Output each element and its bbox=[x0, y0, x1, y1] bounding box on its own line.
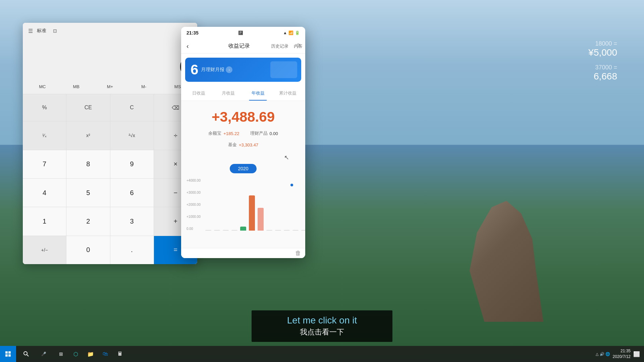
bar-jan bbox=[205, 230, 211, 231]
equation-1: 18000 = bbox=[588, 40, 617, 47]
percent-button[interactable]: % bbox=[23, 94, 66, 121]
tab-daily[interactable]: 日收益 bbox=[184, 86, 214, 101]
three-button[interactable]: 3 bbox=[110, 207, 154, 235]
reciprocal-button[interactable]: ¹⁄ₓ bbox=[23, 121, 66, 149]
right-panel: 18000 = ¥5,000 37000 = 6,668 bbox=[588, 40, 617, 82]
decimal-button[interactable]: . bbox=[110, 236, 154, 264]
year-button[interactable]: 2020 bbox=[230, 164, 256, 173]
eight-button[interactable]: 8 bbox=[66, 150, 110, 178]
svg-line-5 bbox=[27, 355, 29, 356]
phone-app: 21:35 🅿 ▲ 📶 🔋 历史记录 内客 ‹ 收益记录 ? 6 月理财月报 ›… bbox=[181, 27, 305, 258]
value-2: 6,668 bbox=[588, 71, 617, 82]
yuebao-value: +185.22 bbox=[223, 131, 239, 136]
yuebao-label: 余额宝 bbox=[208, 130, 221, 136]
memory-row: MC MB M+ M- MS bbox=[23, 79, 197, 94]
sqrt-button[interactable]: ²√x bbox=[110, 121, 154, 149]
svg-point-4 bbox=[24, 352, 27, 355]
inner-tab[interactable]: 内客 bbox=[294, 43, 303, 49]
bar-dec bbox=[301, 230, 305, 231]
taskbar-date: 2020/7/12 bbox=[613, 354, 631, 360]
two-button[interactable]: 2 bbox=[66, 207, 110, 235]
tab-monthly[interactable]: 月收益 bbox=[214, 86, 244, 101]
bar-mar bbox=[223, 230, 229, 231]
pinduoduo-icon: 🅿 bbox=[238, 31, 243, 36]
history-tab[interactable]: 历史记录 bbox=[271, 43, 288, 49]
taskbar-tray: △ 🔊 🌐 21:35 2020/7/12 ⬜ bbox=[592, 348, 644, 360]
y-label-3000: +3000.00 bbox=[186, 191, 201, 194]
licai-item: 理财产品 0.00 bbox=[250, 130, 278, 136]
ce-button[interactable]: CE bbox=[66, 94, 110, 121]
start-button[interactable] bbox=[0, 346, 16, 362]
value-1: ¥5,000 bbox=[588, 47, 617, 58]
taskbar-edge[interactable]: ⬡ bbox=[68, 347, 83, 361]
y-label-1000: +1000.00 bbox=[186, 215, 201, 219]
phone-bottom-bar: 🗑 bbox=[181, 248, 305, 258]
svg-rect-1 bbox=[8, 351, 11, 354]
menu-icon[interactable]: ☰ bbox=[28, 28, 33, 34]
earnings-chart: 0.00 +1000.00 +2000.00 +3000.00 +4000.00 bbox=[181, 176, 305, 236]
banner-text: 月理财月报 bbox=[201, 67, 224, 73]
phone-status-bar: 21:35 🅿 ▲ 📶 🔋 bbox=[181, 27, 305, 39]
status-icons: ▲ 📶 🔋 bbox=[283, 31, 300, 35]
nine-button[interactable]: 9 bbox=[110, 150, 154, 178]
taskbar-explorer[interactable]: 📁 bbox=[83, 347, 98, 361]
y-label-2000: +2000.00 bbox=[186, 203, 201, 206]
one-button[interactable]: 1 bbox=[23, 207, 66, 235]
taskbar-search[interactable] bbox=[19, 347, 34, 361]
fund-label: 基金 bbox=[228, 142, 237, 148]
tab-cumulative[interactable]: 累计收益 bbox=[273, 86, 303, 101]
bar-aug bbox=[266, 230, 272, 231]
svg-rect-2 bbox=[5, 354, 8, 357]
fund-item: 基金 +3,303.47 bbox=[228, 142, 258, 148]
svg-rect-3 bbox=[8, 354, 11, 357]
tab-yearly[interactable]: 年收益 bbox=[243, 86, 273, 101]
banner-arrow-icon: › bbox=[226, 66, 232, 73]
taskbar-calculator-app[interactable]: 🖩 bbox=[113, 347, 127, 361]
wifi-icon: ▲ bbox=[283, 31, 287, 35]
mc-button[interactable]: MC bbox=[25, 80, 59, 93]
mplus-button[interactable]: M+ bbox=[93, 80, 127, 93]
six-button[interactable]: 6 bbox=[110, 179, 154, 207]
taskbar-apps: 🎤 ⊞ ⬡ 📁 🛍 🖩 bbox=[16, 347, 592, 361]
y-label-0: 0.00 bbox=[186, 227, 201, 231]
fund-row: 基金 +3,303.47 bbox=[181, 139, 305, 153]
taskbar-cortana[interactable]: 🎤 bbox=[34, 347, 54, 361]
bar-feb bbox=[214, 230, 220, 231]
caption-english: Let me click on it bbox=[272, 315, 372, 326]
svg-rect-0 bbox=[5, 351, 8, 354]
taskbar-taskview[interactable]: ⊞ bbox=[54, 347, 68, 361]
bar-nov bbox=[292, 230, 299, 231]
caption-overlay: Let me click on it 我点击看一下 bbox=[252, 310, 392, 342]
year-selector: 2020 bbox=[181, 164, 305, 173]
banner-card-graphic bbox=[270, 61, 297, 78]
notification-icon[interactable]: ⬜ bbox=[633, 351, 640, 357]
display-number: 0 bbox=[31, 57, 189, 76]
taskbar-store[interactable]: 🛍 bbox=[98, 347, 113, 361]
caption-chinese: 我点击看一下 bbox=[272, 327, 372, 337]
bar-jul bbox=[258, 208, 264, 231]
bar-sep bbox=[275, 230, 281, 231]
taskbar-time: 21:35 bbox=[613, 348, 631, 354]
monthly-report-banner[interactable]: 6 月理财月报 › bbox=[185, 58, 301, 82]
mb-button[interactable]: MB bbox=[59, 80, 93, 93]
four-button[interactable]: 4 bbox=[23, 179, 66, 207]
windows-icon bbox=[5, 351, 11, 357]
banner-month: 6 bbox=[191, 62, 198, 78]
calculator-window: ☰ 标准 ⊡ 0 MC MB M+ M- MS % CE C ⌫ ¹⁄ₓ x² … bbox=[23, 23, 197, 264]
earnings-tabs: 日收益 月收益 年收益 累计收益 bbox=[181, 86, 305, 101]
c-button[interactable]: C bbox=[110, 94, 154, 121]
taskbar-clock[interactable]: 21:35 2020/7/12 bbox=[613, 348, 631, 360]
zero-button[interactable]: 0 bbox=[66, 236, 110, 264]
five-button[interactable]: 5 bbox=[66, 179, 110, 207]
seven-button[interactable]: 7 bbox=[23, 150, 66, 178]
calculator-display: 0 bbox=[23, 39, 197, 79]
phone-time: 21:35 bbox=[186, 30, 199, 36]
negate-button[interactable]: +/− bbox=[23, 236, 66, 264]
total-earnings-amount: +3,488.69 bbox=[181, 109, 305, 125]
search-icon bbox=[23, 351, 29, 357]
square-button[interactable]: x² bbox=[66, 121, 110, 149]
phone-content: +3,488.69 余额宝 +185.22 理财产品 0.00 基金 +3,30… bbox=[181, 101, 305, 248]
delete-icon[interactable]: 🗑 bbox=[295, 250, 301, 257]
mminus-button[interactable]: M- bbox=[127, 80, 161, 93]
mode-icon[interactable]: ⊡ bbox=[53, 28, 57, 34]
